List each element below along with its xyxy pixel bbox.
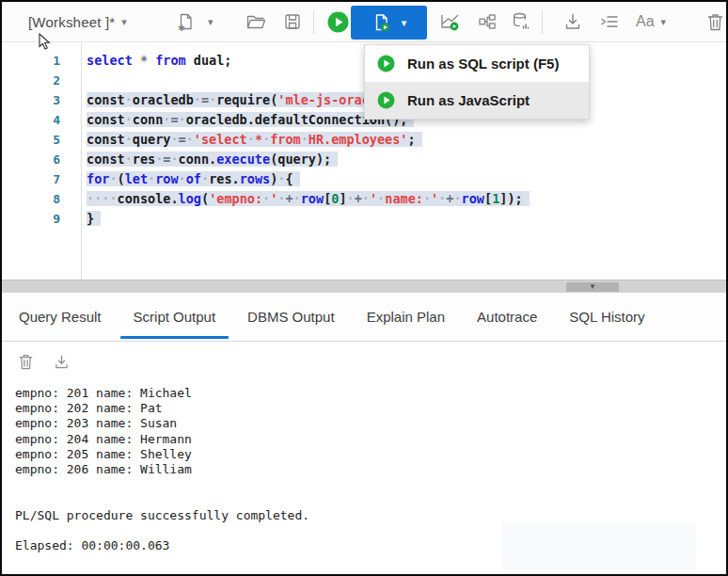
- menu-item-label: Run as JavaScript: [407, 92, 530, 108]
- code-line-text: }: [60, 209, 101, 229]
- code-line-text: for·(let·row·of·res.rows)·{: [60, 169, 300, 189]
- hierarchy-icon: [476, 11, 499, 32]
- mouse-cursor: [38, 33, 52, 50]
- menu-item-label: Run as SQL script (F5): [407, 56, 559, 72]
- trash-icon: [705, 11, 725, 33]
- output-line: empno: 204 name: Hermann: [15, 432, 722, 447]
- menu-item-run-as-sql-script-f5[interactable]: Run as SQL script (F5): [365, 45, 589, 82]
- svg-text:✱: ✱: [178, 24, 185, 32]
- run-script-button[interactable]: ▾: [351, 6, 427, 40]
- run-play-icon: [327, 11, 349, 33]
- format-code-button[interactable]: [598, 2, 621, 41]
- font-settings-button[interactable]: Aa ▾: [636, 2, 666, 41]
- worksheet-title: [Worksheet ]*: [28, 14, 115, 30]
- clear-worksheet-button[interactable]: [705, 2, 725, 41]
- code-line-text: [60, 71, 87, 90]
- code-line-text: select * from dual;: [60, 51, 232, 71]
- chevron-down-icon: ▾: [121, 17, 127, 27]
- line-number: 5: [2, 130, 60, 150]
- indent-format-icon: [598, 11, 621, 32]
- code-line-text: const·query·=·'select·*·from·HR.employee…: [60, 130, 422, 150]
- output-line: empno: 201 name: Michael: [15, 386, 722, 401]
- run-menu: Run as SQL script (F5)Run as JavaScript: [364, 44, 590, 120]
- splitter-handle[interactable]: ▼: [566, 282, 619, 292]
- font-size-label: Aa: [636, 13, 655, 30]
- code-line-text: ····console.log('empno:·'·+·row[0]·+·'·n…: [60, 189, 530, 209]
- tab-query-result[interactable]: Query Result: [3, 293, 118, 341]
- code-line[interactable]: 5const·query·=·'select·*·from·HR.employe…: [2, 130, 726, 150]
- tab-dbms-output[interactable]: DBMS Output: [231, 293, 351, 341]
- autotrace-button[interactable]: [438, 2, 463, 41]
- dbms-output-toolbar-button[interactable]: [510, 2, 532, 41]
- faint-overlay: [502, 522, 696, 569]
- chevron-down-icon: ▾: [661, 17, 667, 27]
- tab-explain-plan[interactable]: Explain Plan: [351, 293, 461, 341]
- tab-script-output[interactable]: Script Output: [118, 293, 232, 341]
- download-button[interactable]: [562, 2, 583, 41]
- worksheet-toolbar: [Worksheet ]* ▾ ✱ ▾: [2, 2, 726, 42]
- line-number: 6: [2, 150, 60, 169]
- sql-worksheet-window: [Worksheet ]* ▾ ✱ ▾: [0, 0, 728, 576]
- output-line: [15, 492, 722, 507]
- panel-splitter[interactable]: ▼: [2, 280, 726, 293]
- menu-item-run-as-javascript[interactable]: Run as JavaScript: [365, 82, 589, 119]
- output-line: empno: 206 name: William: [15, 462, 722, 477]
- line-number: 1: [2, 51, 60, 71]
- open-file-button[interactable]: [245, 2, 267, 41]
- line-number: 4: [2, 110, 60, 130]
- code-line[interactable]: 8····console.log('empno:·'·+·row[0]·+·'·…: [2, 189, 726, 209]
- download-icon: [53, 352, 71, 372]
- chevron-down-icon: ▾: [402, 18, 407, 28]
- clear-output-button[interactable]: [17, 352, 35, 376]
- trash-icon: [17, 352, 35, 372]
- new-document-icon: ✱: [175, 11, 196, 32]
- save-button[interactable]: [282, 2, 303, 41]
- chevron-down-icon: ▼: [589, 283, 596, 291]
- explain-plan-button[interactable]: [476, 2, 499, 41]
- line-number: 2: [2, 71, 60, 90]
- toolbar-divider: [542, 10, 543, 34]
- code-line-text: const·res·=·conn.execute(query);: [60, 150, 338, 169]
- save-icon: [282, 11, 303, 32]
- toolbar-divider: [313, 10, 314, 34]
- output-line: empno: 202 name: Pat: [15, 401, 722, 416]
- chart-run-icon: [438, 10, 463, 33]
- output-line: PL/SQL procedure successfully completed.: [15, 508, 722, 523]
- output-line: empno: 203 name: Susan: [15, 416, 722, 431]
- code-line[interactable]: 7for·(let·row·of·res.rows)·{: [2, 169, 726, 189]
- code-line[interactable]: 6const·res·=·conn.execute(query);: [2, 150, 726, 169]
- download-output-button[interactable]: [53, 352, 71, 376]
- download-icon: [562, 11, 583, 32]
- chevron-down-icon: ▾: [208, 17, 214, 27]
- run-play-icon: [377, 55, 395, 72]
- new-worksheet-menu-button[interactable]: ▾: [201, 2, 214, 41]
- run-script-icon: [372, 11, 392, 34]
- new-worksheet-button[interactable]: ✱: [175, 2, 196, 41]
- code-line-text: const·conn·=·oracledb.defaultConnection(…: [60, 110, 414, 130]
- output-line: empno: 205 name: Shelley: [15, 447, 722, 462]
- code-line[interactable]: 9}: [2, 209, 726, 229]
- tab-bar: Query ResultScript OutputDBMS OutputExpl…: [2, 293, 726, 342]
- database-stats-icon: [510, 10, 532, 33]
- run-play-icon: [377, 91, 395, 109]
- line-number: 8: [2, 189, 60, 209]
- run-statement-button[interactable]: [327, 2, 349, 41]
- tab-sql-history[interactable]: SQL History: [553, 293, 660, 341]
- open-folder-icon: [245, 11, 267, 32]
- output-toolbar: [2, 343, 726, 380]
- output-line: [15, 477, 722, 492]
- line-number: 7: [2, 169, 60, 189]
- line-number: 3: [2, 90, 60, 110]
- tab-autotrace[interactable]: Autotrace: [461, 293, 553, 341]
- line-number: 9: [2, 209, 60, 229]
